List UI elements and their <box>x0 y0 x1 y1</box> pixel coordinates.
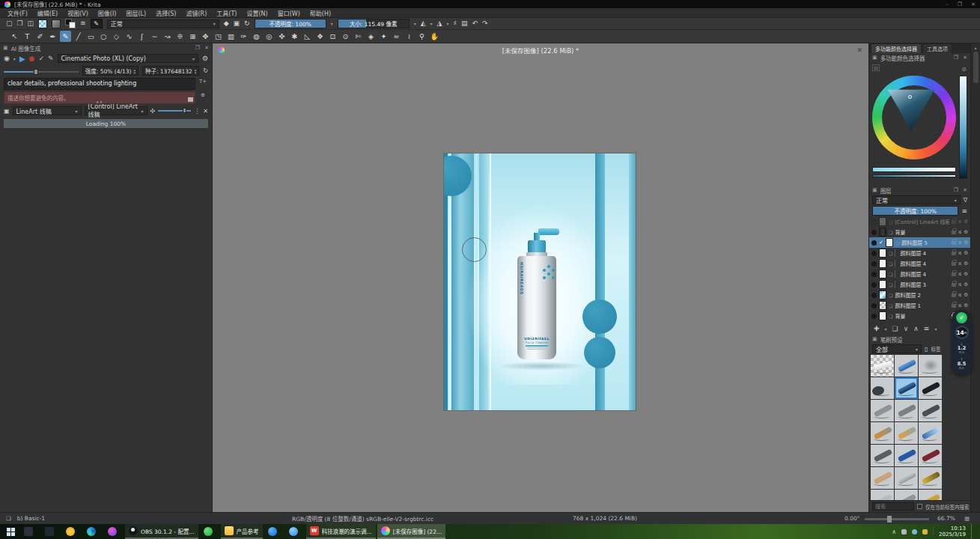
selector-settings-button[interactable]: ⊡ <box>872 64 880 71</box>
close-docker-icon[interactable]: ✕ <box>963 187 967 193</box>
brush-preset[interactable] <box>871 490 894 500</box>
alpha-icon[interactable]: α <box>958 281 961 287</box>
brush-preset[interactable] <box>895 400 918 421</box>
lock-icon[interactable] <box>952 231 956 234</box>
neg-prompt-grip[interactable] <box>188 97 193 102</box>
tool-button[interactable]: ◈ <box>365 31 377 42</box>
tool-button[interactable]: ∼ <box>149 31 160 42</box>
layer-menu-icon[interactable]: ≡ <box>961 207 967 215</box>
tool-button[interactable]: ◺ <box>302 31 313 42</box>
brush-preset[interactable] <box>919 400 942 421</box>
blending-mode-combo[interactable]: 正常▾ <box>107 19 219 28</box>
tool-button[interactable]: ▥ <box>225 31 237 42</box>
menu-item[interactable]: 图层(L) <box>126 9 146 17</box>
taskbar-app-button[interactable] <box>20 524 40 539</box>
pattern-swatch[interactable] <box>38 19 47 28</box>
artwork-image[interactable]: HSIRAIREAGS UDIZRIFAEL Facial Cleanser <box>444 153 636 410</box>
layer-properties-icon[interactable]: ⚙ <box>964 229 968 235</box>
lock-icon[interactable] <box>952 272 956 276</box>
tool-button[interactable]: ⊡ <box>327 31 338 42</box>
brush-preset[interactable] <box>919 422 942 444</box>
remove-control-icon[interactable]: ✕ <box>203 108 208 115</box>
generate-button[interactable]: ▶ <box>19 55 25 63</box>
brush-preset[interactable] <box>919 445 942 466</box>
alpha-icon[interactable]: α <box>958 261 961 267</box>
control-strength-slider[interactable] <box>158 108 191 114</box>
negative-prompt-textarea[interactable]: 描述你想要避免的内容。 ∧∧ <box>4 91 195 104</box>
layer-row[interactable]: ✓ ❏ 颜料图层 1 α ⚙ <box>869 300 970 311</box>
visibility-eye-icon[interactable] <box>871 261 877 267</box>
brush-editor-button[interactable]: ✎ <box>91 19 103 28</box>
brush-preset[interactable] <box>895 445 918 466</box>
tool-button[interactable]: ○ <box>98 31 109 42</box>
tool-button[interactable]: T <box>22 31 33 42</box>
layer-properties-icon[interactable]: ⚙ <box>964 240 968 246</box>
duplicate-layer-icon[interactable]: ❏ <box>892 325 898 332</box>
tool-button[interactable]: ▭ <box>85 31 97 42</box>
layer-filter-icon[interactable]: ∇ <box>964 197 967 204</box>
layer-row[interactable]: ✓ ❏ 背景 α ⚙ <box>869 227 970 237</box>
layer-row[interactable]: ✓ ❏ 颜料图层 3 α ⚙ <box>869 279 970 290</box>
undo-icon[interactable]: ↶ <box>472 20 478 27</box>
taskbar-app-button[interactable] <box>83 524 103 539</box>
menu-item[interactable]: 工具(T) <box>216 9 237 17</box>
taskbar-app-button[interactable]: OBS 30.1.2 - 配置... <box>125 524 198 539</box>
layer-properties-icon[interactable]: ⚙ <box>964 302 968 308</box>
layer-row[interactable]: ✓ ❏ 颜料图层 5 α ⚙ <box>869 237 970 248</box>
tool-button[interactable]: ✥ <box>200 31 211 42</box>
no-color-icon[interactable]: ⊘ <box>961 66 967 73</box>
alpha-icon[interactable]: α <box>958 240 961 246</box>
control-layer-combo[interactable]: [Control] LineArt 线稿 ▾ <box>85 106 147 115</box>
tool-button[interactable]: ◳ <box>213 31 224 42</box>
canvas-angle[interactable]: 0.00° <box>844 515 859 522</box>
maximize-button[interactable]: ❐ <box>958 1 962 7</box>
visibility-eye-icon[interactable] <box>871 314 877 319</box>
preserve-alpha-icon[interactable]: ▣ <box>234 20 240 27</box>
lock-icon[interactable] <box>952 241 956 245</box>
brush-preset[interactable] <box>895 467 918 489</box>
tool-button[interactable]: ⊙ <box>340 31 351 42</box>
float-docker-icon[interactable]: ❐ <box>195 45 200 51</box>
close-docker-icon[interactable]: ✕ <box>963 55 967 61</box>
taskbar-app-button[interactable] <box>285 524 305 539</box>
brush-preset[interactable] <box>895 422 918 444</box>
alpha-icon[interactable]: α <box>958 229 961 235</box>
lock-icon[interactable] <box>952 283 956 287</box>
mirror-vertical-icon[interactable]: ◮ <box>437 20 442 27</box>
alpha-icon[interactable]: α <box>958 302 961 308</box>
prompt-textarea[interactable]: clear details, professional shooting lig… <box>4 78 195 90</box>
view-mode-icon[interactable]: ▯ <box>925 346 928 353</box>
brush-preset[interactable] <box>871 377 894 399</box>
tool-button[interactable]: ◍ <box>251 31 262 42</box>
edit-style-icon[interactable]: ✎ <box>48 55 54 62</box>
close-button[interactable]: ✕ <box>971 1 976 7</box>
subwindow-close-icon[interactable]: ✕ <box>856 46 862 54</box>
lightness-bar[interactable] <box>872 167 956 172</box>
canvas-viewport[interactable]: [未保存图像] (22.6 MiB) * ✕ HSIRAI <box>213 43 868 512</box>
brush-preset[interactable] <box>871 400 894 421</box>
tool-button[interactable]: ✋ <box>429 31 440 42</box>
float-docker-icon[interactable]: ❐ <box>954 55 958 61</box>
chevron-down-icon[interactable]: ▾ <box>13 56 16 61</box>
alpha-icon[interactable]: α <box>958 271 961 277</box>
zoom-percentage[interactable]: 66.7% <box>937 515 955 522</box>
gradient-swatch[interactable] <box>52 19 61 28</box>
workspace-chooser-icon[interactable]: ▤ <box>461 20 468 27</box>
foreground-background-colors[interactable] <box>65 19 76 28</box>
menu-item[interactable]: 帮助(H) <box>310 9 331 17</box>
taskbar-app-button[interactable]: 产品参考 <box>221 524 263 539</box>
brush-preset[interactable] <box>919 467 942 489</box>
add-layer-icon[interactable]: ✚ <box>874 325 880 332</box>
tray-icon[interactable] <box>901 529 907 535</box>
close-docker-icon[interactable]: ✕ <box>204 45 209 51</box>
apply-button[interactable]: ✓ <box>38 55 44 62</box>
visibility-eye-icon[interactable] <box>871 282 877 287</box>
taskbar-app-button[interactable]: W 科技浪潮的演示调... <box>306 524 376 539</box>
layer-row[interactable]: ✓ ❏ 颜料图层 2 α ⚙ <box>869 290 970 300</box>
randomize-seed-icon[interactable]: ↻ <box>203 67 208 74</box>
value-strip[interactable] <box>959 76 967 179</box>
tag-filter-combo[interactable]: 全部 ▾ <box>872 344 922 353</box>
wraparound-mode-icon[interactable]: ♯ <box>454 20 457 27</box>
layer-properties-icon[interactable]: ⚙ <box>964 271 968 277</box>
record-button[interactable]: ● <box>29 55 35 62</box>
